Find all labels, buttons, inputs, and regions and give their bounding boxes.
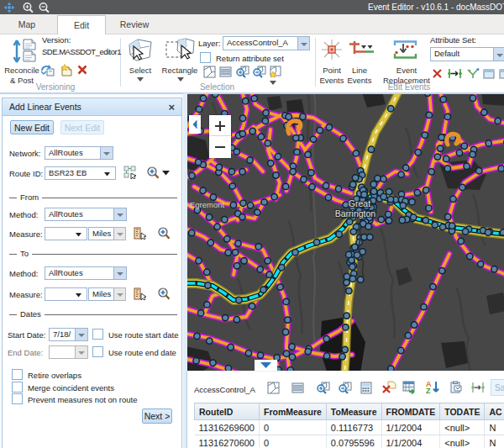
svg-text:Barrington: Barrington [335, 208, 376, 219]
svg-text:Great: Great [349, 198, 370, 208]
svg-text:Z: Z [426, 387, 431, 394]
svg-text:Egremont: Egremont [190, 200, 225, 209]
